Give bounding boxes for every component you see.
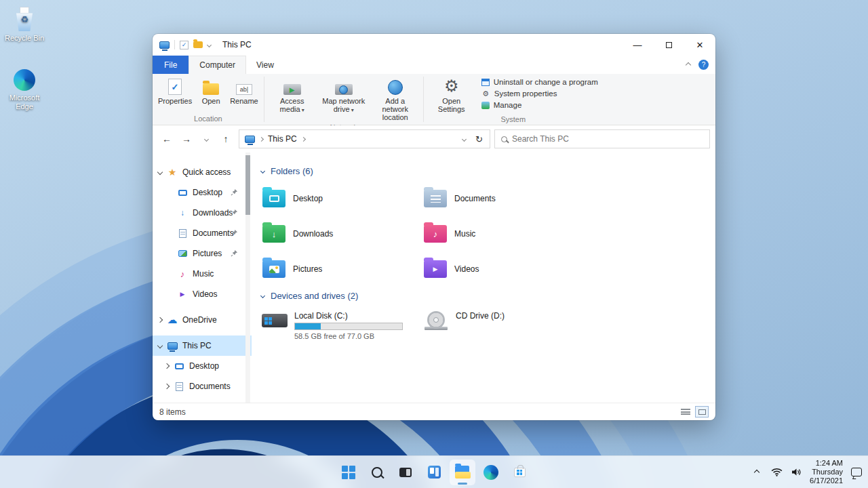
chevron-right-icon[interactable] [164,384,170,389]
breadcrumb-chevron-icon[interactable] [259,136,264,141]
collapse-section-icon[interactable] [260,168,265,173]
search-icon [501,136,507,142]
folder-tile-desktop[interactable]: Desktop [261,181,422,216]
sidebar-item-pc-documents[interactable]: Documents [153,376,252,396]
network-icon[interactable] [770,466,783,479]
uninstall-icon [481,79,490,86]
desktop[interactable]: { "colors": { "accent": "#0078d4", "sele… [0,0,868,488]
tab-view[interactable]: View [246,56,284,74]
sidebar-item-this-pc[interactable]: This PC [153,336,252,356]
clock-day: Thursday [810,468,843,476]
search-box[interactable] [494,129,710,148]
tab-file[interactable]: File [153,56,189,74]
folder-tile-music[interactable]: ♪ Music [422,216,584,251]
start-button[interactable] [336,460,361,485]
back-button[interactable]: ← [158,130,176,148]
sidebar-item-downloads[interactable]: ↓ Downloads [153,203,252,223]
folder-tile-pictures[interactable]: Pictures [261,251,422,287]
downloads-icon: ↓ [177,207,188,218]
collapse-section-icon[interactable] [260,293,265,298]
devices-section-header[interactable]: Devices and drives (2) [261,288,715,303]
collapse-ribbon-icon[interactable] [686,62,691,67]
sidebar-scrollbar[interactable] [245,152,250,403]
folders-section-header[interactable]: Folders (6) [261,163,715,178]
sidebar-item-music[interactable]: ♪ Music [153,264,252,284]
scrollbar-thumb[interactable] [245,155,250,215]
breadcrumb-chevron-icon[interactable] [301,136,306,141]
recent-locations-chevron[interactable] [197,130,215,148]
quick-access-star-icon: ★ [167,167,178,178]
ribbon-group-network: ▶ Access media Map network drive Add a n… [264,74,423,125]
thumbnails-view-button[interactable] [695,406,709,418]
search-input[interactable] [512,134,703,144]
search-icon [372,467,382,478]
recycle-bin-shortcut[interactable]: ♻ Recycle Bin [0,7,49,43]
breadcrumb-this-pc[interactable]: This PC [268,134,297,144]
rename-button[interactable]: ab| Rename [226,75,262,106]
volume-icon[interactable] [790,466,802,479]
sidebar-item-desktop[interactable]: Desktop [153,182,252,203]
help-icon[interactable]: ? [698,60,709,70]
qat-newfolder-icon[interactable] [193,41,203,48]
sidebar-item-videos[interactable]: ▶ Videos [153,284,252,304]
tab-computer[interactable]: Computer [189,56,246,74]
taskbar-search-button[interactable] [364,460,390,485]
widgets-button[interactable] [421,460,447,485]
address-dropdown-icon[interactable] [462,136,467,141]
sidebar-item-quick-access[interactable]: ★ Quick access [153,162,252,182]
uninstall-program-button[interactable]: Uninstall or change a program [481,78,598,87]
group-label-system: System [426,115,601,125]
edge-shortcut[interactable]: Microsoft Edge [0,69,49,111]
downloads-folder-icon: ↓ [262,225,285,243]
qat-customize-chevron-icon[interactable] [207,42,212,47]
up-button[interactable]: ↑ [217,130,235,148]
open-settings-button[interactable]: ⚙ Open Settings [426,75,477,115]
disk-usage-fill [295,323,321,329]
sidebar-item-onedrive[interactable]: ☁ OneDrive [153,310,252,330]
folder-tile-downloads[interactable]: ↓ Downloads [261,216,422,251]
title-bar[interactable]: ✓ This PC — ✕ [153,34,715,56]
cd-disc-icon [427,311,445,329]
hidden-icons-button[interactable] [751,466,763,479]
sidebar-item-pc-desktop[interactable]: Desktop [153,356,252,376]
access-media-button[interactable]: ▶ Access media [267,75,318,116]
minimize-button[interactable]: — [622,34,653,56]
open-button[interactable]: Open [195,75,226,106]
folder-tile-documents[interactable]: Documents [422,181,584,216]
clock-date: 6/17/2021 [810,476,843,485]
chevron-down-icon[interactable] [157,169,163,175]
qat-properties-icon[interactable]: ✓ [180,41,189,49]
map-network-drive-button[interactable]: Map network drive [318,75,370,116]
drive-tile-local-disk[interactable]: Local Disk (C:) 58.5 GB free of 77.0 GB [261,308,422,344]
system-properties-button[interactable]: ⚙ System properties [481,89,598,98]
chevron-right-icon[interactable] [164,363,170,369]
edge-label: Microsoft Edge [0,94,49,111]
taskbar-clock[interactable]: 1:24 AM Thursday 6/17/2021 [810,459,843,485]
close-button[interactable]: ✕ [684,34,715,56]
maximize-button[interactable] [653,34,684,56]
address-bar[interactable]: This PC ↻ [239,129,490,148]
clock-time: 1:24 AM [810,459,843,468]
file-explorer-button[interactable] [450,460,475,485]
sidebar-item-documents[interactable]: Documents [153,223,252,243]
store-button[interactable] [507,460,532,485]
properties-button[interactable]: ✓ Properties [155,75,195,106]
manage-button[interactable]: Manage [481,101,598,110]
refresh-icon[interactable]: ↻ [475,134,483,144]
folder-tile-videos[interactable]: ▶ Videos [422,251,584,287]
this-pc-icon [245,136,255,143]
file-explorer-icon [455,466,471,479]
chevron-down-icon[interactable] [157,343,163,348]
windows-logo-icon [342,466,355,479]
task-view-button[interactable] [393,460,418,485]
drive-tile-cd[interactable]: CD Drive (D:) [422,308,584,344]
edge-button[interactable] [478,460,504,485]
window-title: This PC [222,40,252,49]
sidebar-item-pictures[interactable]: Pictures [153,243,252,264]
notifications-icon[interactable] [850,466,863,479]
details-view-button[interactable] [680,407,691,416]
properties-icon: ✓ [168,79,182,95]
forward-button[interactable]: → [178,130,195,148]
add-network-location-button[interactable]: Add a network location [370,75,421,123]
chevron-right-icon[interactable] [157,317,163,323]
